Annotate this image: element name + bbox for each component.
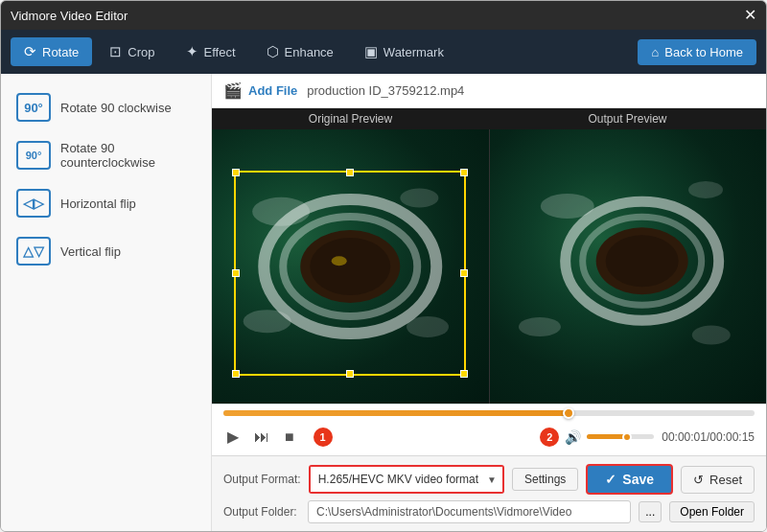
time-display: 00:00:01/00:00:15	[662, 430, 755, 444]
progress-fill	[223, 410, 569, 416]
file-name: production ID_3759212.mp4	[307, 83, 464, 98]
original-preview-pane	[212, 129, 490, 404]
save-check-icon: ✓	[605, 472, 616, 487]
format-select-wrapper: H.265/HEVC MKV video format (*.mkv) ▼	[309, 465, 504, 494]
close-button[interactable]: ✕	[744, 8, 756, 23]
time-current: 00:00:01	[662, 430, 707, 444]
save-button[interactable]: ✓ Save	[586, 464, 673, 495]
folder-dots-button[interactable]: ...	[639, 501, 662, 522]
right-panel: 🎬 Add File production ID_3759212.mp4 Ori…	[212, 74, 766, 531]
enhance-icon: ⬡	[267, 43, 279, 60]
format-label: Output Format:	[223, 473, 301, 486]
reset-icon: ↺	[693, 473, 704, 487]
back-to-home-button[interactable]: ⌂ Back to Home	[638, 39, 756, 65]
sidebar-rotate-ccw-label: Rotate 90 counterclockwise	[60, 141, 196, 170]
bottom-bar: Output Format: H.265/HEVC MKV video form…	[212, 455, 766, 531]
sidebar: 90° Rotate 90 clockwise 90° Rotate 90 co…	[1, 74, 212, 531]
svg-point-12	[688, 181, 723, 198]
output-ocean-background	[490, 129, 767, 404]
tab-enhance-label: Enhance	[285, 45, 334, 59]
time-total: 00:00:15	[709, 430, 755, 444]
preview-area: Original Preview Output Preview	[212, 108, 766, 404]
output-ocean-svg	[490, 129, 767, 404]
volume-thumb	[622, 432, 632, 442]
original-label: Original Preview	[212, 108, 489, 129]
hflip-icon-box: ◁▷	[16, 189, 51, 218]
rotate-ccw-icon-box: 90°	[16, 141, 51, 170]
progress-thumb	[563, 407, 574, 419]
effect-icon: ✦	[186, 43, 198, 60]
badge-2: 2	[540, 428, 559, 447]
tab-rotate-label: Rotate	[42, 45, 79, 59]
crop-icon: ⊡	[109, 43, 122, 60]
title-bar: Vidmore Video Editor ✕	[1, 1, 766, 30]
reset-button[interactable]: ↺ Reset	[681, 466, 755, 494]
tab-watermark[interactable]: ▣ Watermark	[351, 37, 457, 66]
stop-button[interactable]: ■	[281, 427, 298, 448]
format-select[interactable]: H.265/HEVC MKV video format (*.mkv)	[311, 467, 502, 492]
add-file-icon: 🎬	[223, 81, 243, 100]
play-button[interactable]: ▶	[223, 426, 243, 448]
stop-icon: ■	[285, 428, 294, 446]
format-row: Output Format: H.265/HEVC MKV video form…	[223, 464, 755, 495]
svg-point-13	[518, 317, 560, 336]
svg-point-7	[310, 238, 390, 295]
folder-label: Output Folder:	[223, 505, 300, 519]
svg-point-4	[244, 310, 291, 333]
badge-1: 1	[314, 428, 333, 447]
save-label: Save	[622, 472, 654, 487]
forward-button[interactable]: ⏭	[250, 427, 273, 448]
tab-effect-label: Effect	[204, 45, 236, 59]
tab-rotate[interactable]: ⟳ Rotate	[11, 37, 92, 66]
controls-row: ▶ ⏭ ■ 1 2 🔊	[223, 422, 755, 451]
tab-crop[interactable]: ⊡ Crop	[96, 37, 168, 66]
tab-enhance[interactable]: ⬡ Enhance	[253, 37, 347, 66]
top-nav: ⟳ Rotate ⊡ Crop ✦ Effect ⬡ Enhance ▣ Wat…	[1, 30, 766, 74]
file-header: 🎬 Add File production ID_3759212.mp4	[212, 74, 766, 108]
rotate-cw-icon-box: 90°	[16, 93, 51, 122]
back-to-home-label: Back to Home	[664, 45, 743, 59]
progress-bar[interactable]	[223, 410, 755, 416]
volume-bar[interactable]	[587, 434, 654, 439]
folder-row: Output Folder: ... Open Folder	[223, 500, 755, 523]
sidebar-item-rotate-ccw[interactable]: 90° Rotate 90 counterclockwise	[1, 131, 211, 179]
tab-effect[interactable]: ✦ Effect	[173, 37, 249, 66]
volume-fill	[587, 434, 627, 439]
sidebar-item-hflip[interactable]: ◁▷ Horizontal flip	[1, 179, 211, 227]
svg-point-14	[691, 326, 730, 345]
svg-point-11	[540, 194, 593, 219]
forward-icon: ⏭	[254, 428, 269, 446]
settings-button[interactable]: Settings	[512, 468, 578, 491]
timeline-section: ▶ ⏭ ■ 1 2 🔊	[212, 404, 766, 455]
sidebar-rotate-cw-label: Rotate 90 clockwise	[60, 101, 172, 115]
sidebar-hflip-label: Horizontal flip	[60, 197, 136, 211]
original-video	[212, 129, 489, 404]
svg-point-3	[400, 189, 438, 208]
svg-point-16	[605, 235, 678, 287]
add-file-button[interactable]: 🎬 Add File	[223, 81, 297, 100]
sidebar-vflip-label: Vertical flip	[60, 244, 121, 259]
tab-crop-label: Crop	[128, 45, 154, 59]
ocean-svg	[212, 129, 489, 404]
play-icon: ▶	[227, 428, 239, 446]
sidebar-item-vflip[interactable]: △▽ Vertical flip	[1, 227, 211, 275]
main-content: 90° Rotate 90 clockwise 90° Rotate 90 co…	[1, 74, 766, 531]
open-folder-button[interactable]: Open Folder	[669, 501, 755, 522]
add-file-label: Add File	[248, 83, 297, 98]
volume-icon: 🔊	[565, 429, 581, 445]
output-label: Output Preview	[489, 108, 766, 129]
reset-label: Reset	[709, 473, 742, 487]
ocean-background	[212, 129, 489, 404]
rotate-icon: ⟳	[24, 43, 36, 60]
watermark-icon: ▣	[364, 43, 378, 60]
folder-path-input[interactable]	[308, 500, 631, 523]
preview-videos	[212, 129, 766, 404]
output-preview-pane	[490, 129, 767, 404]
svg-point-5	[407, 316, 449, 337]
window-title: Vidmore Video Editor	[11, 9, 128, 23]
vflip-icon-box: △▽	[16, 237, 51, 266]
home-icon: ⌂	[651, 45, 659, 59]
volume-area: 2 🔊	[540, 428, 654, 447]
sidebar-item-rotate-cw[interactable]: 90° Rotate 90 clockwise	[1, 83, 211, 131]
app-window: Vidmore Video Editor ✕ ⟳ Rotate ⊡ Crop ✦…	[0, 0, 767, 532]
